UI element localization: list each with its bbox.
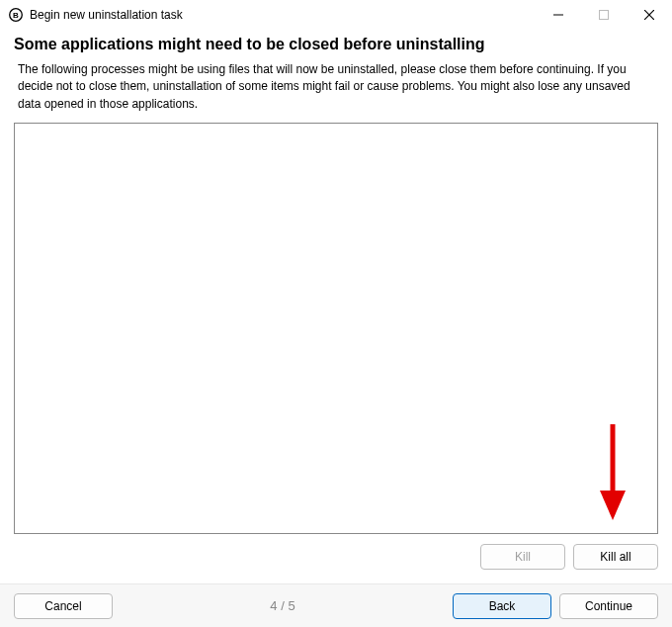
- kill-button-row: Kill Kill all: [14, 544, 658, 570]
- svg-rect-3: [600, 11, 609, 20]
- page-heading: Some applications might need to be close…: [14, 36, 658, 53]
- app-icon: B: [8, 7, 24, 23]
- footer-right: Back Continue: [453, 593, 658, 619]
- kill-button[interactable]: Kill: [480, 544, 565, 570]
- content-area: Some applications might need to be close…: [0, 30, 672, 570]
- titlebar: B Begin new uninstallation task: [0, 0, 672, 30]
- kill-all-button[interactable]: Kill all: [573, 544, 658, 570]
- svg-text:B: B: [13, 11, 19, 20]
- process-list[interactable]: [14, 123, 658, 534]
- wizard-footer: Cancel 4 / 5 Back Continue: [0, 583, 672, 627]
- window-controls: [536, 0, 672, 29]
- page-description: The following processes might be using f…: [14, 61, 658, 113]
- window-title: Begin new uninstallation task: [30, 8, 536, 22]
- step-indicator: 4 / 5: [113, 598, 453, 613]
- back-button[interactable]: Back: [453, 593, 551, 619]
- continue-button[interactable]: Continue: [559, 593, 658, 619]
- minimize-button[interactable]: [536, 0, 581, 30]
- cancel-button[interactable]: Cancel: [14, 593, 113, 619]
- footer-left: Cancel: [14, 593, 113, 619]
- maximize-button: [581, 0, 627, 30]
- close-button[interactable]: [627, 0, 672, 30]
